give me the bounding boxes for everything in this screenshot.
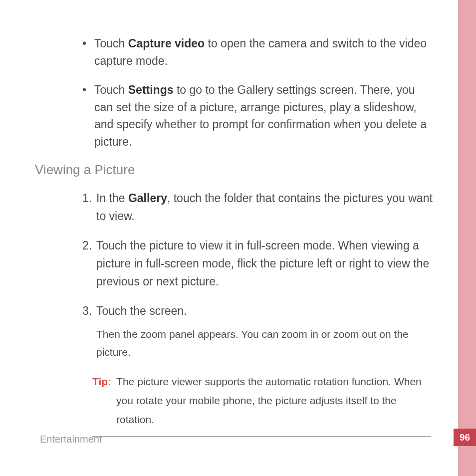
tip-text: The picture viewer supports the automati… (116, 372, 431, 429)
page-number-tab: 96 (454, 429, 476, 446)
text-pre: In the (96, 192, 128, 205)
step-number: 2. (82, 237, 96, 290)
text-bold: Capture video (128, 37, 205, 50)
step-text: In the Gallery, touch the folder that co… (96, 190, 436, 225)
text-pre: Touch (94, 83, 128, 96)
page-side-stripe (458, 0, 476, 476)
bullet-text: Touch Settings to go to the Gallery sett… (94, 81, 436, 150)
text-full: Touch the picture to view it in full-scr… (96, 239, 429, 287)
page-content: • Touch Capture video to open the camera… (35, 35, 436, 437)
list-item: 3. Touch the screen. Then the zoom panel… (82, 302, 436, 361)
list-item: • Touch Settings to go to the Gallery se… (82, 81, 436, 150)
step-sub-note: Then the zoom panel appears. You can zoo… (96, 325, 436, 361)
text-bold: Gallery (128, 192, 167, 205)
step-text: Touch the picture to view it in full-scr… (96, 237, 436, 290)
tip-label: Tip: (92, 372, 116, 429)
bullet-list: • Touch Capture video to open the camera… (82, 35, 436, 150)
step-number: 1. (82, 190, 96, 225)
text-bold: Settings (128, 83, 174, 96)
text-pre: Touch (94, 37, 128, 50)
bullet-text: Touch Capture video to open the camera a… (94, 35, 436, 69)
list-item: 1. In the Gallery, touch the folder that… (82, 190, 436, 225)
page-number: 96 (460, 432, 470, 443)
section-heading: Viewing a Picture (35, 162, 436, 178)
tip-box: Tip: The picture viewer supports the aut… (92, 365, 431, 436)
list-item: • Touch Capture video to open the camera… (82, 35, 436, 69)
step-number: 3. (82, 302, 96, 361)
bullet-icon: • (82, 35, 94, 69)
footer-chapter-label: Entertainment (40, 434, 102, 445)
bullet-icon: • (82, 81, 94, 150)
ordered-list: 1. In the Gallery, touch the folder that… (82, 190, 436, 361)
text-full: Touch the screen. (96, 304, 187, 317)
step-text: Touch the screen. Then the zoom panel ap… (96, 302, 436, 361)
list-item: 2. Touch the picture to view it in full-… (82, 237, 436, 290)
